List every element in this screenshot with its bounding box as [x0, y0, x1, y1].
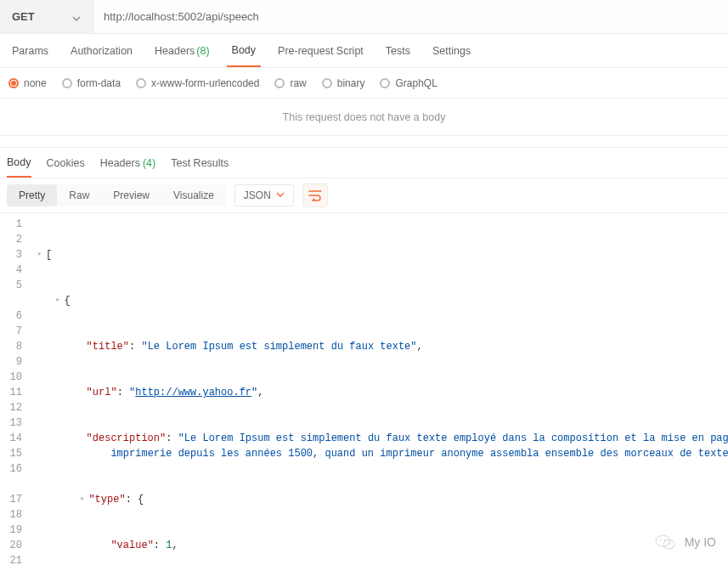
view-visualize[interactable]: Visualize	[161, 184, 226, 206]
radio-icon	[380, 78, 390, 88]
response-tabs: Body Cookies Headers(4) Test Results	[0, 148, 728, 178]
no-body-message: This request does not have a body	[0, 99, 728, 136]
watermark: My IO	[654, 531, 716, 553]
body-type-row: none form-data x-www-form-urlencoded raw…	[0, 68, 728, 99]
tab-settings[interactable]: Settings	[427, 34, 476, 67]
radio-icon	[62, 78, 72, 88]
tab-tests[interactable]: Tests	[381, 34, 415, 67]
svg-point-5	[669, 543, 671, 545]
svg-point-2	[659, 539, 661, 540]
view-mode-segment: Pretty Raw Preview Visualize	[7, 184, 226, 206]
svg-point-0	[656, 535, 670, 546]
tab-body[interactable]: Body	[227, 34, 262, 67]
body-type-none[interactable]: none	[8, 77, 47, 89]
body-type-binary[interactable]: binary	[322, 77, 365, 89]
view-raw[interactable]: Raw	[57, 184, 101, 206]
radio-icon	[322, 78, 332, 88]
body-type-raw[interactable]: raw	[274, 77, 306, 89]
response-view-toolbar: Pretty Raw Preview Visualize JSON	[0, 178, 728, 213]
chevron-down-icon	[276, 189, 285, 201]
line-gutter: 12345 6789101112 131415161718192021	[0, 213, 31, 565]
wechat-icon	[654, 531, 676, 553]
resp-tab-cookies[interactable]: Cookies	[47, 148, 85, 178]
resp-tab-headers[interactable]: Headers(4)	[100, 148, 156, 178]
resp-tab-body[interactable]: Body	[7, 148, 31, 178]
tab-authorization[interactable]: Authorization	[65, 34, 138, 67]
request-tabs: Params Authorization Headers(8) Body Pre…	[0, 34, 728, 68]
wrap-icon	[308, 189, 322, 201]
radio-icon	[274, 78, 285, 88]
http-method-value: GET	[12, 10, 35, 23]
svg-point-3	[664, 539, 666, 540]
url-input[interactable]: http://localhost:5002/api/speech	[93, 0, 728, 33]
tab-params[interactable]: Params	[7, 34, 54, 67]
view-preview[interactable]: Preview	[101, 184, 161, 206]
svg-point-4	[666, 543, 668, 545]
radio-icon	[136, 78, 146, 88]
resp-tab-testresults[interactable]: Test Results	[171, 148, 229, 178]
divider	[0, 136, 728, 148]
body-type-graphql[interactable]: GraphQL	[380, 77, 437, 89]
chevron-down-icon	[72, 13, 81, 21]
tab-headers[interactable]: Headers(8)	[150, 34, 215, 67]
url-text: http://localhost:5002/api/speech	[104, 10, 259, 23]
wrap-lines-button[interactable]	[302, 184, 328, 207]
response-body[interactable]: 12345 6789101112 131415161718192021 ▸[ ▸…	[0, 213, 728, 565]
tab-prerequest[interactable]: Pre-request Script	[273, 34, 369, 67]
watermark-text: My IO	[685, 535, 716, 549]
body-type-urlencoded[interactable]: x-www-form-urlencoded	[136, 77, 259, 89]
http-method-select[interactable]: GET	[0, 0, 93, 33]
radio-icon	[8, 78, 19, 88]
format-select[interactable]: JSON	[234, 184, 294, 206]
code-text: ▸[ ▸{ "title": "Le Lorem Ipsum est simpl…	[31, 213, 728, 565]
body-type-formdata[interactable]: form-data	[62, 77, 121, 89]
view-pretty[interactable]: Pretty	[7, 184, 57, 206]
